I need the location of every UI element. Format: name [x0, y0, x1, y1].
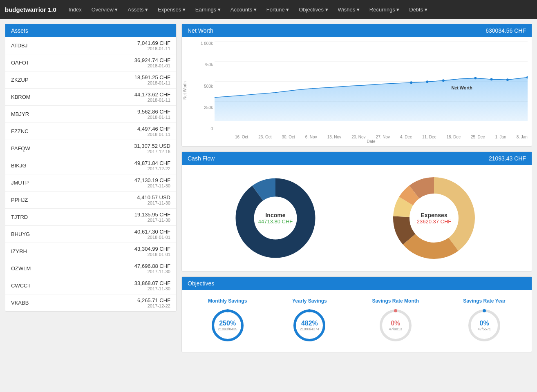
asset-name: OAFOT [11, 60, 29, 66]
x-axis-label: 11. Dec [422, 135, 436, 139]
svg-point-8 [474, 77, 477, 79]
nav-item-expenses[interactable]: Expenses ▾ [154, 4, 190, 15]
asset-date: 2018-01-11 [134, 80, 170, 85]
expenses-donut-wrapper: Expenses 23620.37 CHF [389, 173, 479, 263]
asset-date: 2017-11-30 [134, 286, 170, 291]
net-worth-svg: Net Worth [215, 41, 528, 121]
obj-gauge-3: 0% 47/5571 [466, 307, 503, 344]
nav-item-index[interactable]: Index [65, 4, 86, 15]
obj-sub-1: 21093/4374 [300, 327, 320, 331]
obj-gauge-inner-3: 0% 47/5571 [478, 320, 491, 331]
obj-gauge-2: 0% 47/9813 [377, 307, 414, 344]
nav-item-assets-nav[interactable]: Assets ▾ [123, 4, 152, 15]
cash-flow-title: Cash Flow [188, 155, 215, 162]
asset-date: 2018-01-11 [137, 46, 170, 51]
asset-amount: 40,617.30 CHF [134, 229, 170, 235]
nav-item-accounts[interactable]: Accounts ▾ [226, 4, 261, 15]
asset-amount: 9,562.86 CHF [137, 109, 170, 115]
nav-item-fortune[interactable]: Fortune ▾ [262, 4, 293, 15]
asset-values: 44,173.62 CHF 2018-01-11 [134, 91, 170, 102]
asset-name: TJTRD [11, 214, 28, 220]
nav-item-objectives-nav[interactable]: Objectives ▾ [295, 4, 332, 15]
obj-title-3: Savings Rate Year [463, 298, 506, 304]
income-label: Income [258, 212, 293, 218]
obj-title-0: Monthly Savings [208, 298, 247, 304]
asset-amount: 4,410.57 USD [137, 194, 170, 200]
asset-values: 4,410.57 USD 2017-11-30 [137, 194, 170, 205]
asset-amount: 6,265.71 CHF [137, 297, 170, 303]
obj-gauge-inner-2: 0% 47/9813 [389, 320, 402, 331]
obj-gauge-inner-0: 250% 21093/8435 [218, 320, 237, 331]
obj-sub-2: 47/9813 [389, 327, 402, 331]
asset-date: 2017-11-30 [137, 200, 170, 205]
obj-pct-0: 250% [218, 320, 237, 327]
asset-amount: 18,591.25 CHF [134, 74, 170, 80]
nav-item-wishes[interactable]: Wishes ▾ [334, 4, 364, 15]
nav-item-earnings[interactable]: Earnings ▾ [191, 4, 225, 15]
x-axis-label: 23. Oct [258, 135, 271, 139]
asset-item: PAFQW 31,307.52 USD 2017-12-16 [5, 140, 176, 157]
asset-name: CWCCT [11, 283, 31, 289]
income-donut-wrapper: Income 44713.80 CHF [235, 177, 316, 259]
asset-item: BHUYG 40,617.30 CHF 2018-01-01 [5, 226, 176, 243]
asset-item: TJTRD 19,135.95 CHF 2017-11-30 [5, 209, 176, 226]
asset-item: MBJYR 9,562.86 CHF 2018-01-11 [5, 106, 176, 123]
obj-pct-3: 0% [478, 320, 491, 327]
objective-item-2: Savings Rate Month 0% 47/9813 [372, 298, 419, 344]
asset-amount: 47,696.88 CHF [134, 263, 170, 269]
x-axis-label: 8. Jan [517, 135, 528, 139]
svg-point-26 [308, 309, 311, 312]
nav-item-recurrings[interactable]: Recurrings ▾ [365, 4, 403, 15]
asset-values: 6,265.71 CHF 2017-12-22 [137, 297, 170, 308]
asset-date: 2017-12-22 [137, 303, 170, 308]
main-layout: Assets ATDBJ 7,041.69 CHF 2018-01-11 OAF… [0, 19, 537, 357]
asset-date: 2017-11-30 [134, 183, 170, 188]
asset-date: 2018-01-11 [137, 132, 170, 137]
asset-amount: 7,041.69 CHF [137, 40, 170, 46]
asset-name: BHUYG [11, 231, 30, 237]
obj-sub-0: 21093/8435 [218, 327, 237, 331]
asset-values: 9,562.86 CHF 2018-01-11 [137, 109, 170, 120]
asset-name: KBROM [11, 94, 31, 100]
obj-sub-3: 47/5571 [478, 327, 491, 331]
asset-amount: 47,130.19 CHF [134, 177, 170, 183]
nav-item-overview[interactable]: Overview ▾ [87, 4, 122, 15]
asset-name: OZWLM [11, 265, 31, 272]
asset-item: OZWLM 47,696.88 CHF 2017-11-30 [5, 260, 176, 277]
objective-item-1: Yearly Savings 482% 21093/4374 [291, 298, 328, 344]
asset-values: 33,868.07 CHF 2017-11-30 [134, 280, 170, 291]
asset-amount: 36,924.74 CHF [134, 57, 170, 63]
asset-date: 2018-01-01 [134, 235, 170, 240]
x-axis-label: 13. Nov [327, 135, 341, 139]
expenses-donut: Expenses 23620.37 CHF [389, 173, 479, 263]
asset-date: 2018-01-11 [134, 98, 170, 102]
asset-values: 40,617.30 CHF 2018-01-01 [134, 229, 170, 240]
asset-amount: 4,497.46 CHF [137, 126, 170, 132]
asset-item: CWCCT 33,868.07 CHF 2017-11-30 [5, 277, 176, 294]
objectives-title: Objectives [188, 280, 214, 287]
nav-item-debts[interactable]: Debts ▾ [405, 4, 432, 15]
asset-date: 2018-01-11 [137, 115, 170, 120]
asset-date: 2017-12-16 [134, 149, 170, 154]
asset-name: ATDBJ [11, 42, 27, 49]
assets-list: ATDBJ 7,041.69 CHF 2018-01-11 OAFOT 36,9… [5, 37, 176, 311]
x-axis-label: 25. Dec [471, 135, 485, 139]
asset-values: 43,304.99 CHF 2018-01-01 [134, 246, 170, 257]
asset-amount: 31,307.52 USD [134, 143, 170, 149]
asset-values: 31,307.52 USD 2017-12-16 [134, 143, 170, 154]
net-worth-title: Net Worth [188, 27, 213, 34]
asset-values: 36,924.74 CHF 2018-01-01 [134, 57, 170, 68]
obj-pct-1: 482% [300, 320, 320, 327]
asset-name: MBJYR [11, 111, 29, 117]
asset-date: 2018-01-01 [134, 252, 170, 257]
svg-point-23 [226, 309, 229, 312]
asset-values: 18,591.25 CHF 2018-01-11 [134, 74, 170, 85]
asset-item: KBROM 44,173.62 CHF 2018-01-11 [5, 89, 176, 106]
left-panel: Assets ATDBJ 7,041.69 CHF 2018-01-11 OAF… [5, 24, 177, 352]
x-axis-title: Date [215, 139, 528, 146]
cash-flow-header: Cash Flow 21093.43 CHF [182, 152, 532, 165]
obj-title-1: Yearly Savings [292, 298, 327, 304]
asset-date: 2017-11-30 [134, 218, 170, 223]
asset-date: 2018-01-01 [134, 63, 170, 68]
expenses-label: Expenses [417, 212, 452, 218]
